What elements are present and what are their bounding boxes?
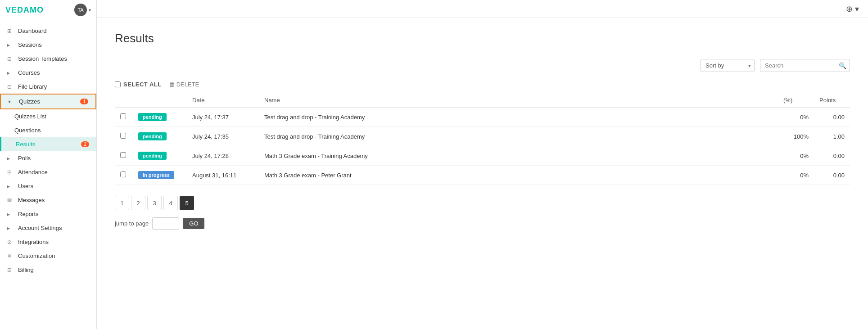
sidebar-item-label: File Library [18, 83, 47, 90]
row-checkbox-2[interactable] [120, 152, 126, 158]
sidebar-item-customization[interactable]: ✕ Customization [0, 249, 96, 263]
table-row: pending July 24, 17:35 Test drag and dro… [115, 127, 850, 146]
sidebar-item-quizzes-list[interactable]: Quizzes List [0, 109, 96, 123]
courses-expand-icon: ▸ [7, 70, 14, 76]
messages-icon: ✉ [7, 197, 14, 203]
page-title: Results [115, 32, 850, 45]
sidebar-item-courses[interactable]: ▸ Courses [0, 66, 96, 80]
page-btn-1[interactable]: 1 [115, 196, 129, 210]
avatar[interactable]: TA [74, 4, 87, 16]
results-badge: 2 [81, 141, 89, 147]
td-name: Test drag and drop - Training Academy [259, 108, 778, 127]
td-checkbox [115, 166, 133, 185]
billing-icon: ⊟ [7, 267, 14, 273]
sidebar-item-attendance[interactable]: ⊟ Attendance [0, 165, 96, 179]
delete-button[interactable]: 🗑 DELETE [169, 81, 199, 88]
td-percent: 100% [778, 127, 814, 146]
header-right: TA ▾ [74, 4, 91, 16]
th-date: Date [187, 93, 259, 108]
sidebar: VEDAMO TA ▾ ⊞ Dashboard ▸ Sessions ⊟ Ses… [0, 0, 97, 329]
search-wrapper: 🔍 [760, 59, 850, 72]
th-points: Points [814, 93, 850, 108]
search-input[interactable] [760, 59, 850, 72]
td-status: in progress [133, 166, 187, 185]
sidebar-item-label: Messages [18, 197, 45, 203]
table-row: pending July 24, 17:28 Math 3 Grade exam… [115, 146, 850, 166]
page-btn-3[interactable]: 3 [147, 196, 162, 210]
sidebar-item-label: Attendance [18, 169, 48, 176]
sidebar-item-label: Account Settings [18, 225, 62, 231]
file-library-icon: ⊟ [7, 84, 14, 90]
topbar: ⊕ ▾ [97, 0, 868, 18]
go-button[interactable]: GO [183, 218, 204, 229]
td-date: August 31, 16:11 [187, 166, 259, 185]
status-badge: in progress [138, 171, 174, 179]
sidebar-item-file-library[interactable]: ⊟ File Library [0, 80, 96, 94]
sidebar-item-integrations[interactable]: ⊙ Integrations [0, 235, 96, 249]
sort-select[interactable]: Sort by Date Name Points [701, 59, 755, 72]
sidebar-item-label: Dashboard [18, 27, 47, 34]
sidebar-item-account-settings[interactable]: ▸ Account Settings [0, 221, 96, 235]
select-all-label[interactable]: SELECT ALL [123, 81, 162, 88]
td-date: July 24, 17:37 [187, 108, 259, 127]
row-checkbox-0[interactable] [120, 113, 126, 119]
delete-icon: 🗑 [169, 81, 175, 88]
page-btn-2[interactable]: 2 [131, 196, 145, 210]
logo: VEDAMO [5, 5, 44, 15]
td-percent: 0% [778, 166, 814, 185]
sidebar-item-label: Reports [18, 211, 39, 217]
jump-to-page-label: jump to page [115, 220, 149, 227]
jump-to-page-input[interactable] [152, 217, 179, 230]
td-name: Math 3 Grade exam - Peter Grant [259, 166, 778, 185]
sidebar-item-results[interactable]: Results 2 [0, 137, 96, 151]
sidebar-item-label: Quizzes List [14, 113, 46, 120]
row-checkbox-1[interactable] [120, 133, 126, 139]
delete-label: DELETE [176, 81, 199, 88]
sidebar-header: VEDAMO TA ▾ [0, 0, 96, 20]
sidebar-item-dashboard[interactable]: ⊞ Dashboard [0, 24, 96, 38]
sidebar-item-polls[interactable]: ▸ Polls [0, 151, 96, 165]
search-icon-button[interactable]: 🔍 [839, 62, 846, 69]
sidebar-item-label: Courses [18, 69, 40, 76]
sidebar-item-label: Questions [14, 127, 41, 134]
row-checkbox-3[interactable] [120, 171, 126, 177]
quizzes-expand-icon: ▾ [8, 99, 15, 105]
page-btn-4[interactable]: 4 [163, 196, 178, 210]
th-checkbox [115, 93, 133, 108]
session-templates-icon: ⊟ [7, 56, 14, 62]
pagination: 1 2 3 4 5 [115, 196, 850, 210]
status-badge: pending [138, 113, 167, 121]
table-header: Date Name (%) Points [115, 93, 850, 108]
sidebar-item-label: Integrations [18, 239, 49, 245]
user-menu-chevron[interactable]: ▾ [89, 8, 91, 13]
sidebar-item-label: Quizzes [19, 98, 40, 105]
table-actions: SELECT ALL 🗑 DELETE [115, 81, 850, 88]
table-row: in progress August 31, 16:11 Math 3 Grad… [115, 166, 850, 185]
status-badge: pending [138, 132, 167, 140]
select-all-checkbox[interactable] [115, 81, 121, 87]
table-body: pending July 24, 17:37 Test drag and dro… [115, 108, 850, 185]
sidebar-item-session-templates[interactable]: ⊟ Session Templates [0, 52, 96, 66]
td-status: pending [133, 127, 187, 146]
sidebar-item-reports[interactable]: ▸ Reports [0, 207, 96, 221]
polls-expand-icon: ▸ [7, 155, 14, 162]
customization-icon: ✕ [7, 253, 14, 259]
account-settings-expand-icon: ▸ [7, 225, 14, 231]
content-area: Results Sort by Date Name Points 🔍 SELEC… [97, 18, 868, 329]
user-topbar-icon[interactable]: ⊕ ▾ [846, 4, 859, 14]
sidebar-item-sessions[interactable]: ▸ Sessions [0, 38, 96, 52]
users-expand-icon: ▸ [7, 183, 14, 189]
sidebar-item-questions[interactable]: Questions [0, 123, 96, 137]
jump-to-page-wrapper: jump to page GO [115, 217, 850, 230]
td-status: pending [133, 146, 187, 166]
sidebar-item-users[interactable]: ▸ Users [0, 179, 96, 193]
sidebar-item-quizzes[interactable]: ▾ Quizzes 1 [0, 94, 96, 109]
td-checkbox [115, 108, 133, 127]
page-btn-5[interactable]: 5 [180, 196, 194, 210]
sidebar-nav: ⊞ Dashboard ▸ Sessions ⊟ Session Templat… [0, 20, 96, 329]
select-all-checkbox-wrapper: SELECT ALL [115, 81, 162, 88]
sidebar-item-messages[interactable]: ✉ Messages [0, 193, 96, 207]
toolbar: Sort by Date Name Points 🔍 [115, 59, 850, 72]
td-name: Test drag and drop - Training Academy [259, 127, 778, 146]
sidebar-item-billing[interactable]: ⊟ Billing [0, 263, 96, 277]
